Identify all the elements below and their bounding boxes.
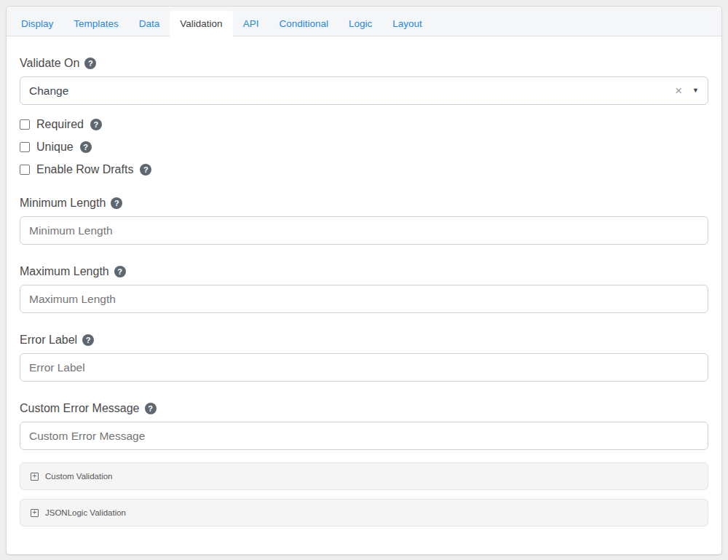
maximum-length-input[interactable] bbox=[20, 285, 708, 313]
jsonlogic-validation-panel[interactable]: JSONLogic Validation bbox=[20, 499, 708, 527]
enable-row-drafts-checkbox[interactable] bbox=[20, 165, 30, 175]
question-circle-icon[interactable] bbox=[140, 164, 151, 176]
minimum-length-group: Minimum Length bbox=[20, 197, 708, 245]
tab-templates[interactable]: Templates bbox=[63, 11, 129, 36]
required-checkbox-row[interactable]: Required bbox=[20, 118, 708, 131]
question-circle-icon[interactable] bbox=[114, 266, 126, 277]
minimum-length-label: Minimum Length bbox=[20, 197, 708, 210]
tab-layout[interactable]: Layout bbox=[382, 11, 432, 36]
maximum-length-label: Maximum Length bbox=[20, 265, 708, 278]
caret-down-icon[interactable] bbox=[692, 87, 699, 94]
maximum-length-label-text: Maximum Length bbox=[20, 265, 109, 278]
validation-pane: Validate On Change Required Unique bbox=[7, 36, 721, 548]
error-label-input[interactable] bbox=[20, 353, 708, 382]
custom-validation-panel[interactable]: Custom Validation bbox=[20, 462, 708, 490]
tab-list: Display Templates Data Validation API Co… bbox=[11, 11, 717, 36]
maximum-length-group: Maximum Length bbox=[20, 265, 708, 313]
question-circle-icon[interactable] bbox=[84, 58, 96, 69]
validate-on-group: Validate On Change bbox=[20, 57, 708, 105]
plus-square-icon bbox=[31, 509, 39, 517]
plus-square-icon bbox=[31, 473, 39, 481]
enable-row-drafts-checkbox-row[interactable]: Enable Row Drafts bbox=[20, 163, 708, 176]
validate-on-label-text: Validate On bbox=[20, 57, 79, 70]
custom-error-message-label-text: Custom Error Message bbox=[20, 402, 140, 415]
settings-card: Display Templates Data Validation API Co… bbox=[6, 6, 722, 555]
error-label-label-text: Error Label bbox=[20, 334, 77, 347]
tab-display[interactable]: Display bbox=[11, 11, 63, 36]
question-circle-icon[interactable] bbox=[145, 403, 157, 414]
jsonlogic-validation-panel-title: JSONLogic Validation bbox=[45, 508, 126, 517]
question-circle-icon[interactable] bbox=[90, 119, 102, 130]
tab-api[interactable]: API bbox=[233, 11, 269, 36]
question-circle-icon[interactable] bbox=[111, 197, 122, 209]
tab-data[interactable]: Data bbox=[129, 11, 170, 36]
enable-row-drafts-label[interactable]: Enable Row Drafts bbox=[36, 163, 133, 176]
validate-on-selected-value: Change bbox=[29, 84, 675, 98]
minimum-length-input[interactable] bbox=[20, 216, 708, 245]
validate-on-select[interactable]: Change bbox=[20, 76, 708, 105]
error-label-label: Error Label bbox=[20, 334, 708, 347]
custom-error-message-label: Custom Error Message bbox=[20, 402, 708, 415]
tab-conditional[interactable]: Conditional bbox=[269, 11, 339, 36]
question-circle-icon[interactable] bbox=[80, 141, 92, 153]
custom-error-message-group: Custom Error Message bbox=[20, 402, 708, 450]
unique-label[interactable]: Unique bbox=[36, 141, 74, 154]
question-circle-icon[interactable] bbox=[82, 334, 94, 346]
unique-checkbox[interactable] bbox=[20, 142, 30, 152]
x-clear-icon[interactable] bbox=[675, 84, 682, 97]
unique-checkbox-row[interactable]: Unique bbox=[20, 141, 708, 154]
error-label-group: Error Label bbox=[20, 334, 708, 382]
checkbox-group: Required Unique Enable Row Drafts bbox=[20, 118, 708, 176]
validate-on-label: Validate On bbox=[20, 57, 708, 70]
tab-validation[interactable]: Validation bbox=[170, 11, 232, 36]
custom-validation-panel-title: Custom Validation bbox=[45, 472, 112, 481]
minimum-length-label-text: Minimum Length bbox=[20, 197, 106, 210]
tab-logic[interactable]: Logic bbox=[339, 11, 382, 36]
required-checkbox[interactable] bbox=[20, 119, 30, 130]
tab-bar: Display Templates Data Validation API Co… bbox=[7, 7, 721, 36]
custom-error-message-input[interactable] bbox=[20, 422, 708, 450]
required-label[interactable]: Required bbox=[36, 118, 84, 131]
